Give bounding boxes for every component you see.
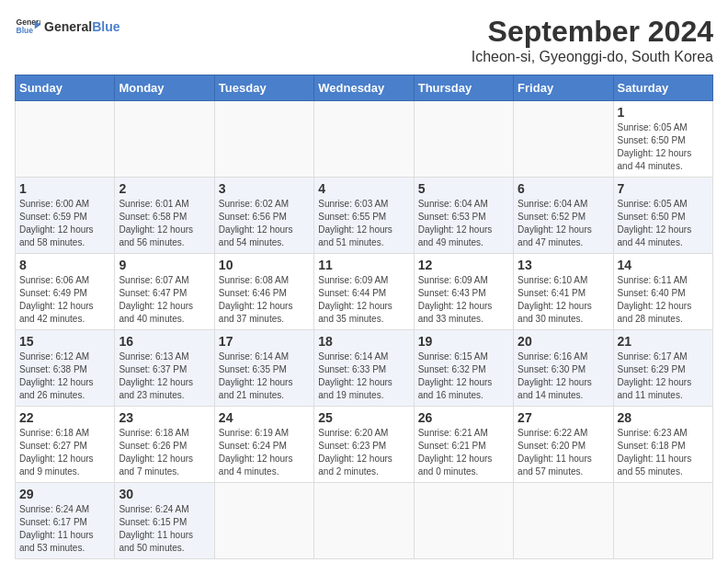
day-info: Sunrise: 6:04 AMSunset: 6:52 PMDaylight:…: [518, 198, 609, 249]
calendar-cell: 1 Sunrise: 6:00 AMSunset: 6:59 PMDayligh…: [16, 178, 115, 254]
calendar-cell: 14 Sunrise: 6:11 AMSunset: 6:40 PMDaylig…: [613, 254, 712, 330]
calendar-cell: [414, 101, 513, 178]
day-number: 14: [618, 258, 709, 272]
calendar-cell: 22 Sunrise: 6:18 AMSunset: 6:27 PMDaylig…: [16, 407, 115, 483]
day-number: 27: [518, 410, 609, 425]
day-number: 23: [119, 410, 210, 425]
calendar-cell: 20 Sunrise: 6:16 AMSunset: 6:30 PMDaylig…: [514, 330, 613, 407]
calendar-cell: 27 Sunrise: 6:22 AMSunset: 6:20 PMDaylig…: [514, 407, 613, 483]
day-number: 3: [219, 181, 310, 196]
logo: General Blue GeneralBlue: [15, 15, 119, 40]
calendar-cell: 19 Sunrise: 6:15 AMSunset: 6:32 PMDaylig…: [414, 330, 513, 407]
day-info: Sunrise: 6:18 AMSunset: 6:26 PMDaylight:…: [119, 427, 210, 478]
day-number: 29: [19, 487, 110, 501]
day-number: 2: [119, 181, 210, 196]
day-info: Sunrise: 6:01 AMSunset: 6:58 PMDaylight:…: [119, 198, 210, 249]
calendar-cell: 25 Sunrise: 6:20 AMSunset: 6:23 PMDaylig…: [314, 407, 414, 483]
calendar-week-6: 29 Sunrise: 6:24 AMSunset: 6:17 PMDaylig…: [16, 483, 713, 559]
day-info: Sunrise: 6:08 AMSunset: 6:46 PMDaylight:…: [219, 274, 310, 326]
day-number: 5: [418, 181, 509, 196]
day-info: Sunrise: 6:12 AMSunset: 6:38 PMDaylight:…: [19, 350, 110, 402]
day-number: 8: [19, 258, 110, 272]
calendar-cell: [314, 101, 414, 178]
day-number: 12: [418, 258, 509, 272]
day-info: Sunrise: 6:23 AMSunset: 6:18 PMDaylight:…: [618, 427, 709, 478]
day-number: 16: [119, 334, 210, 349]
day-number: 15: [19, 334, 110, 349]
day-number: 21: [618, 334, 709, 349]
day-info: Sunrise: 6:22 AMSunset: 6:20 PMDaylight:…: [518, 427, 609, 478]
day-number: 20: [518, 334, 609, 349]
day-info: Sunrise: 6:16 AMSunset: 6:30 PMDaylight:…: [518, 350, 609, 402]
calendar-cell: 3 Sunrise: 6:02 AMSunset: 6:56 PMDayligh…: [214, 178, 313, 254]
calendar-cell: 18 Sunrise: 6:14 AMSunset: 6:33 PMDaylig…: [314, 330, 414, 407]
calendar-cell: 12 Sunrise: 6:09 AMSunset: 6:43 PMDaylig…: [414, 254, 513, 330]
day-number: 28: [618, 410, 709, 425]
day-number: 7: [618, 181, 709, 196]
calendar-cell: 1 Sunrise: 6:05 AMSunset: 6:50 PMDayligh…: [613, 101, 712, 178]
calendar-cell: 5 Sunrise: 6:04 AMSunset: 6:53 PMDayligh…: [414, 178, 513, 254]
calendar-cell: [115, 101, 214, 178]
calendar-cell: 29 Sunrise: 6:24 AMSunset: 6:17 PMDaylig…: [16, 483, 115, 559]
calendar-cell: 24 Sunrise: 6:19 AMSunset: 6:24 PMDaylig…: [214, 407, 313, 483]
calendar-cell: 30 Sunrise: 6:24 AMSunset: 6:15 PMDaylig…: [115, 483, 214, 559]
day-info: Sunrise: 6:24 AMSunset: 6:17 PMDaylight:…: [19, 503, 110, 555]
svg-text:Blue: Blue: [17, 26, 34, 35]
calendar-week-3: 8 Sunrise: 6:06 AMSunset: 6:49 PMDayligh…: [16, 254, 713, 330]
day-info: Sunrise: 6:17 AMSunset: 6:29 PMDaylight:…: [618, 350, 709, 402]
day-info: Sunrise: 6:03 AMSunset: 6:55 PMDaylight:…: [318, 198, 409, 249]
calendar-week-2: 1 Sunrise: 6:00 AMSunset: 6:59 PMDayligh…: [16, 178, 713, 254]
day-info: Sunrise: 6:13 AMSunset: 6:37 PMDaylight:…: [119, 350, 210, 402]
day-number: 10: [219, 258, 310, 272]
calendar-header-row: SundayMondayTuesdayWednesdayThursdayFrid…: [16, 75, 713, 101]
calendar-cell: 10 Sunrise: 6:08 AMSunset: 6:46 PMDaylig…: [214, 254, 313, 330]
day-number: 4: [318, 181, 409, 196]
calendar-cell: [214, 101, 313, 178]
day-number: 9: [119, 258, 210, 272]
day-header-wednesday: Wednesday: [314, 75, 414, 101]
calendar-cell: 8 Sunrise: 6:06 AMSunset: 6:49 PMDayligh…: [16, 254, 115, 330]
calendar-cell: [514, 101, 613, 178]
page-title: September 2024: [472, 15, 713, 49]
day-info: Sunrise: 6:15 AMSunset: 6:32 PMDaylight:…: [418, 350, 509, 402]
calendar-cell: [214, 483, 313, 559]
calendar-cell: 17 Sunrise: 6:14 AMSunset: 6:35 PMDaylig…: [214, 330, 313, 407]
day-header-tuesday: Tuesday: [214, 75, 313, 101]
day-info: Sunrise: 6:18 AMSunset: 6:27 PMDaylight:…: [19, 427, 110, 478]
calendar-cell: 9 Sunrise: 6:07 AMSunset: 6:47 PMDayligh…: [115, 254, 214, 330]
day-info: Sunrise: 6:05 AMSunset: 6:50 PMDaylight:…: [618, 121, 709, 173]
day-info: Sunrise: 6:24 AMSunset: 6:15 PMDaylight:…: [119, 503, 210, 555]
logo-icon: General Blue: [15, 15, 40, 40]
calendar-cell: 23 Sunrise: 6:18 AMSunset: 6:26 PMDaylig…: [115, 407, 214, 483]
day-info: Sunrise: 6:14 AMSunset: 6:35 PMDaylight:…: [219, 350, 310, 402]
day-header-thursday: Thursday: [414, 75, 513, 101]
day-number: 19: [418, 334, 509, 349]
calendar-cell: 26 Sunrise: 6:21 AMSunset: 6:21 PMDaylig…: [414, 407, 513, 483]
calendar-cell: [16, 101, 115, 178]
calendar-cell: 28 Sunrise: 6:23 AMSunset: 6:18 PMDaylig…: [613, 407, 712, 483]
calendar-cell: [414, 483, 513, 559]
calendar-cell: [613, 483, 712, 559]
day-number: 13: [518, 258, 609, 272]
title-block: September 2024 Icheon-si, Gyeonggi-do, S…: [472, 15, 713, 65]
page-header: General Blue GeneralBlue September 2024 …: [15, 15, 713, 65]
calendar-table: SundayMondayTuesdayWednesdayThursdayFrid…: [15, 75, 713, 559]
day-number: 17: [219, 334, 310, 349]
calendar-cell: [514, 483, 613, 559]
day-info: Sunrise: 6:20 AMSunset: 6:23 PMDaylight:…: [318, 427, 409, 478]
calendar-cell: 13 Sunrise: 6:10 AMSunset: 6:41 PMDaylig…: [514, 254, 613, 330]
calendar-week-1: 1 Sunrise: 6:05 AMSunset: 6:50 PMDayligh…: [16, 101, 713, 178]
day-info: Sunrise: 6:06 AMSunset: 6:49 PMDaylight:…: [19, 274, 110, 326]
day-info: Sunrise: 6:05 AMSunset: 6:50 PMDaylight:…: [618, 198, 709, 249]
day-info: Sunrise: 6:21 AMSunset: 6:21 PMDaylight:…: [418, 427, 509, 478]
calendar-cell: 2 Sunrise: 6:01 AMSunset: 6:58 PMDayligh…: [115, 178, 214, 254]
day-info: Sunrise: 6:02 AMSunset: 6:56 PMDaylight:…: [219, 198, 310, 249]
calendar-cell: 15 Sunrise: 6:12 AMSunset: 6:38 PMDaylig…: [16, 330, 115, 407]
day-number: 22: [19, 410, 110, 425]
day-info: Sunrise: 6:19 AMSunset: 6:24 PMDaylight:…: [219, 427, 310, 478]
day-header-friday: Friday: [514, 75, 613, 101]
day-info: Sunrise: 6:11 AMSunset: 6:40 PMDaylight:…: [618, 274, 709, 326]
day-number: 1: [618, 105, 709, 120]
calendar-cell: 11 Sunrise: 6:09 AMSunset: 6:44 PMDaylig…: [314, 254, 414, 330]
calendar-week-4: 15 Sunrise: 6:12 AMSunset: 6:38 PMDaylig…: [16, 330, 713, 407]
